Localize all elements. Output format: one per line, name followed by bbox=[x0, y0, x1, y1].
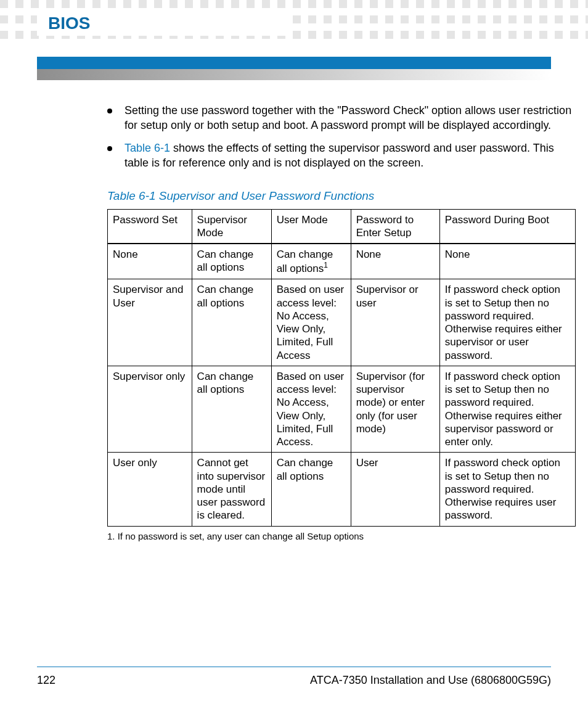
table-cell: Based on user access level: No Access, V… bbox=[271, 279, 351, 366]
table-cell: If password check option is set to Setup… bbox=[439, 366, 575, 453]
table-cell: None bbox=[351, 244, 439, 279]
bullet-text: Setting the use password together with t… bbox=[125, 104, 571, 131]
bullet-item: Table 6-1 shows the effects of setting t… bbox=[107, 141, 576, 170]
table-cell: If password check option is set to Setup… bbox=[439, 279, 575, 366]
table-header: User Mode bbox=[271, 209, 351, 244]
page-footer: 122 ATCA-7350 Installation and Use (6806… bbox=[37, 667, 551, 688]
table-cell: User bbox=[351, 453, 439, 526]
table-cell: Can change all options bbox=[192, 366, 271, 453]
table-row: NoneCan change all optionsCan change all… bbox=[108, 244, 576, 279]
footnote-marker: 1 bbox=[324, 261, 328, 269]
table-cell: None bbox=[439, 244, 575, 279]
table-row: Supervisor onlyCan change all optionsBas… bbox=[108, 366, 576, 453]
table-cell: If password check option is set to Setup… bbox=[439, 453, 575, 526]
bullet-text: shows the effects of setting the supervi… bbox=[125, 142, 554, 168]
table-footnote: 1. If no password is set, any user can c… bbox=[107, 530, 576, 543]
table-cell: Can change all options bbox=[192, 244, 271, 279]
table-cell: None bbox=[108, 244, 192, 279]
table-header-row: Password Set Supervisor Mode User Mode P… bbox=[108, 209, 576, 244]
bullet-item: Setting the use password together with t… bbox=[107, 104, 576, 133]
table-header: Supervisor Mode bbox=[192, 209, 271, 244]
header-blue-bar bbox=[37, 57, 551, 69]
table-cell: Can change all options bbox=[271, 453, 351, 526]
table-row: User onlyCannot get into supervisor mode… bbox=[108, 453, 576, 526]
table-cell: Cannot get into supervisor mode until us… bbox=[192, 453, 271, 526]
table-header: Password to Enter Setup bbox=[351, 209, 439, 244]
page-content: Setting the use password together with t… bbox=[107, 104, 576, 542]
bullet-list: Setting the use password together with t… bbox=[107, 104, 576, 170]
table-link[interactable]: Table 6-1 bbox=[125, 142, 170, 154]
section-title: BIOS bbox=[37, 0, 551, 35]
table-cell: Supervisor (for supervisor mode) or ente… bbox=[351, 366, 439, 453]
table-cell: Supervisor and User bbox=[108, 279, 192, 366]
table-cell: Can change all options bbox=[192, 279, 271, 366]
table-cell: User only bbox=[108, 453, 192, 526]
doc-title: ATCA-7350 Installation and Use (6806800G… bbox=[310, 673, 551, 688]
table-cell: Can change all options1 bbox=[271, 244, 351, 279]
table-cell: Based on user access level: No Access, V… bbox=[271, 366, 351, 453]
page-number: 122 bbox=[37, 673, 55, 688]
password-functions-table: Password Set Supervisor Mode User Mode P… bbox=[107, 209, 576, 527]
table-header: Password Set bbox=[108, 209, 192, 244]
table-cell: Supervisor or user bbox=[351, 279, 439, 366]
table-caption: Table 6-1 Supervisor and User Password F… bbox=[107, 189, 576, 204]
table-cell: Supervisor only bbox=[108, 366, 192, 453]
table-header: Password During Boot bbox=[439, 209, 575, 244]
table-row: Supervisor and UserCan change all option… bbox=[108, 279, 576, 366]
header-gradient-bar bbox=[37, 69, 551, 80]
